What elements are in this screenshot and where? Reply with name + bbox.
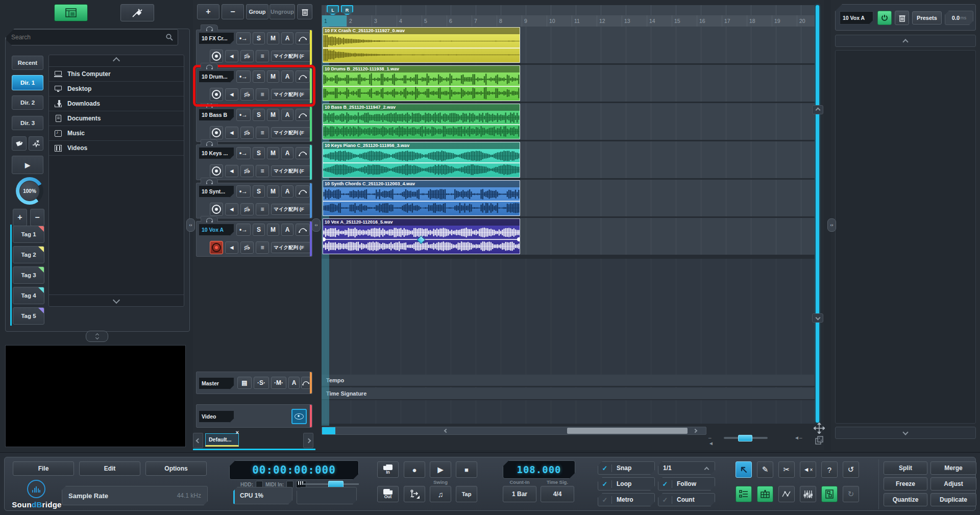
- bar-12[interactable]: 12: [597, 15, 622, 27]
- bar-14[interactable]: 14: [647, 15, 672, 27]
- marker-ruler[interactable]: [322, 5, 815, 16]
- tap-tempo-button[interactable]: Tap: [456, 486, 477, 502]
- track-name[interactable]: 10 Keys ...: [199, 147, 234, 159]
- master-curve-button[interactable]: [301, 377, 310, 389]
- record-arm-button[interactable]: [210, 164, 223, 178]
- vzoom-icon[interactable]: ◄–: [794, 435, 803, 441]
- automation-button[interactable]: A: [281, 147, 293, 159]
- track-menu-button[interactable]: ≡: [256, 203, 269, 215]
- place-item-desktop[interactable]: Desktop: [49, 82, 184, 96]
- hzoom-out-icon[interactable]: –◄: [708, 435, 716, 441]
- tracklist-splitter[interactable]: ‹›: [312, 218, 321, 232]
- master-solo-button[interactable]: ·S·: [254, 377, 269, 389]
- track-item-1[interactable]: 10 FX Cr...•→SMA◄♯♭≡マイク配列 (F: [196, 30, 312, 65]
- undo-button[interactable]: ↺: [843, 461, 859, 478]
- arrange-view-button[interactable]: [736, 486, 752, 502]
- edit-menu-button[interactable]: Edit: [79, 461, 140, 476]
- tag-button-3[interactable]: Tag 3: [13, 266, 44, 284]
- place-item-downloads[interactable]: Downloads: [49, 96, 184, 111]
- tabs-scroll-right[interactable]: [303, 433, 313, 448]
- presets-button[interactable]: Presets: [912, 11, 942, 24]
- bar-19[interactable]: 19: [772, 15, 797, 27]
- track-menu-button[interactable]: ≡: [256, 88, 269, 101]
- master-automation-button[interactable]: A: [288, 377, 300, 389]
- group-tracks-button[interactable]: Group: [246, 4, 268, 19]
- audio-clip-3[interactable]: 10 Bass B_251120-111947_2.wav: [323, 104, 520, 139]
- transpose-button[interactable]: ♯♭: [240, 165, 254, 177]
- bar-7[interactable]: 7: [472, 15, 497, 27]
- scroll-right-arrow[interactable]: [690, 427, 701, 434]
- place-item-documents[interactable]: Documents: [49, 111, 184, 126]
- plugin-power-button[interactable]: [877, 11, 892, 25]
- rack-view-button[interactable]: [821, 486, 838, 502]
- close-tab-icon[interactable]: ×: [236, 429, 239, 435]
- duplicate-button[interactable]: Duplicate: [930, 493, 976, 506]
- select-tool-button[interactable]: [736, 461, 752, 478]
- help-tool-button[interactable]: ?: [821, 461, 838, 478]
- options-menu-button[interactable]: Options: [145, 461, 207, 476]
- io-routing-button[interactable]: •→: [236, 32, 251, 44]
- hzoom-thumb[interactable]: [738, 435, 752, 442]
- track-menu-button[interactable]: ≡: [256, 127, 269, 139]
- punch-out-button[interactable]: Out: [377, 486, 399, 502]
- automation-view-button[interactable]: [778, 486, 795, 502]
- solo-button[interactable]: S: [253, 185, 265, 198]
- audio-clip-5[interactable]: 10 Synth Chords C_251120-112003_4.wav: [323, 180, 520, 216]
- inspector-collapse-bottom[interactable]: [835, 427, 976, 439]
- bar-18[interactable]: 18: [747, 15, 772, 27]
- mute-button[interactable]: M: [267, 109, 279, 121]
- inspector-splitter[interactable]: ‹›: [827, 218, 836, 232]
- freeze-button[interactable]: Freeze: [884, 477, 927, 491]
- track-headphone-tab[interactable]: [201, 216, 218, 222]
- bar-9[interactable]: 9: [522, 15, 547, 27]
- audio-clip-6[interactable]: 10 Vox A_251120-112016_5.wav: [323, 218, 520, 254]
- inspector-collapse-top[interactable]: [835, 35, 976, 47]
- solo-button[interactable]: S: [253, 147, 265, 159]
- solo-button[interactable]: S: [253, 224, 265, 236]
- monitor-button[interactable]: ◄: [225, 127, 238, 139]
- record-arm-button[interactable]: [210, 50, 223, 63]
- bar-16[interactable]: 16: [697, 15, 722, 27]
- video-name[interactable]: Video: [199, 410, 234, 423]
- redo-button[interactable]: ↻: [843, 486, 859, 502]
- scroll-up-button[interactable]: [812, 105, 823, 114]
- checkbox-checked[interactable]: ✓: [598, 480, 612, 488]
- output-select[interactable]: マイク配列 (F: [271, 127, 311, 138]
- automation-button[interactable]: A: [281, 32, 293, 44]
- dir-button-dir-3[interactable]: Dir. 3: [12, 116, 43, 130]
- preview-slider-thumb[interactable]: [328, 481, 344, 488]
- record-arm-button[interactable]: [210, 126, 223, 139]
- transpose-button[interactable]: ♯♭: [240, 203, 254, 215]
- track-name[interactable]: 10 Vox A: [199, 224, 234, 236]
- tag-mode-button[interactable]: [12, 136, 27, 151]
- bar-3[interactable]: 3: [372, 15, 397, 27]
- bar-4[interactable]: 4: [397, 15, 422, 27]
- transpose-button[interactable]: ♯♭: [240, 50, 254, 62]
- project-tab-default[interactable]: Default... ×: [205, 433, 239, 447]
- track-name[interactable]: 10 Drum...: [199, 70, 234, 83]
- bar-17[interactable]: 17: [722, 15, 747, 27]
- track-item-5[interactable]: 10 Synt...•→SMA◄♯♭≡マイク配列 (F: [196, 183, 312, 218]
- split-button[interactable]: Split: [884, 461, 927, 475]
- sample-rate-field[interactable]: Sample Rate 44.1 kHz: [62, 486, 208, 505]
- automation-button[interactable]: A: [281, 70, 293, 83]
- groove-button[interactable]: [404, 486, 425, 502]
- bar-2[interactable]: 2: [347, 15, 372, 27]
- transpose-button[interactable]: ♯♭: [240, 241, 254, 254]
- tag-button-5[interactable]: Tag 5: [13, 307, 44, 325]
- bar-6[interactable]: 6: [447, 15, 472, 27]
- output-select[interactable]: マイク配列 (F: [271, 51, 311, 62]
- ungroup-tracks-button[interactable]: Ungroup: [270, 4, 295, 19]
- record-arm-button[interactable]: [210, 241, 223, 254]
- automation-node-end[interactable]: [517, 237, 520, 241]
- count-toggle[interactable]: ✓Count: [658, 493, 715, 506]
- place-item-computer[interactable]: This Computer: [49, 67, 184, 82]
- monitor-button[interactable]: ◄: [225, 88, 238, 101]
- bar-ruler[interactable]: 1234567891011121314151617181920: [322, 15, 815, 27]
- merge-button[interactable]: Merge: [930, 461, 976, 475]
- output-select[interactable]: マイク配列 (F: [271, 242, 311, 253]
- play-button[interactable]: ▶: [430, 461, 451, 478]
- record-arm-button[interactable]: [210, 88, 223, 101]
- punch-in-button[interactable]: In: [377, 461, 399, 478]
- split-tool-button[interactable]: ✂: [778, 461, 795, 478]
